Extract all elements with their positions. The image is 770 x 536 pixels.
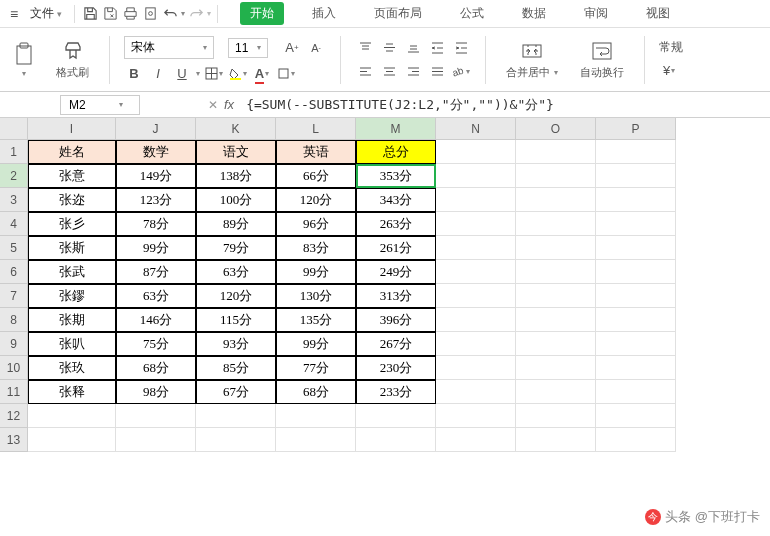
- cell-P13[interactable]: [596, 428, 676, 452]
- cell-I11[interactable]: 张释: [28, 380, 116, 404]
- cell-P8[interactable]: [596, 308, 676, 332]
- cell-L10[interactable]: 77分: [276, 356, 356, 380]
- cell-J7[interactable]: 63分: [116, 284, 196, 308]
- cell-J8[interactable]: 146分: [116, 308, 196, 332]
- row-header-12[interactable]: 12: [0, 404, 28, 428]
- cell-L6[interactable]: 99分: [276, 260, 356, 284]
- cell-M3[interactable]: 343分: [356, 188, 436, 212]
- font-size-select[interactable]: 11▾: [228, 38, 268, 58]
- cell-O5[interactable]: [516, 236, 596, 260]
- align-left-icon[interactable]: [355, 62, 375, 82]
- cell-J5[interactable]: 99分: [116, 236, 196, 260]
- cell-I7[interactable]: 张鏐: [28, 284, 116, 308]
- cell-P1[interactable]: [596, 140, 676, 164]
- wrap-group[interactable]: 自动换行: [574, 40, 630, 80]
- cell-I3[interactable]: 张迩: [28, 188, 116, 212]
- bold-icon[interactable]: B: [124, 63, 144, 83]
- cell-I2[interactable]: 张意: [28, 164, 116, 188]
- print-icon[interactable]: [121, 5, 139, 23]
- row-header-10[interactable]: 10: [0, 356, 28, 380]
- row-header-4[interactable]: 4: [0, 212, 28, 236]
- fill-color-icon[interactable]: [228, 63, 248, 83]
- cell-K13[interactable]: [196, 428, 276, 452]
- tab-data[interactable]: 数据: [512, 2, 556, 25]
- cell-N13[interactable]: [436, 428, 516, 452]
- merge-group[interactable]: 合并居中▾: [500, 40, 564, 80]
- cell-J6[interactable]: 87分: [116, 260, 196, 284]
- undo-icon[interactable]: [161, 5, 179, 23]
- print-preview-icon[interactable]: [141, 5, 159, 23]
- cell-K11[interactable]: 67分: [196, 380, 276, 404]
- cell-O9[interactable]: [516, 332, 596, 356]
- cell-K1[interactable]: 语文: [196, 140, 276, 164]
- undo-dropdown[interactable]: ▾: [181, 9, 185, 18]
- italic-icon[interactable]: I: [148, 63, 168, 83]
- cell-J3[interactable]: 123分: [116, 188, 196, 212]
- cell-M10[interactable]: 230分: [356, 356, 436, 380]
- cancel-icon[interactable]: ✕: [208, 98, 218, 112]
- cell-K6[interactable]: 63分: [196, 260, 276, 284]
- cell-I9[interactable]: 张叭: [28, 332, 116, 356]
- cell-M13[interactable]: [356, 428, 436, 452]
- cell-O11[interactable]: [516, 380, 596, 404]
- borders-icon[interactable]: [204, 63, 224, 83]
- col-header-P[interactable]: P: [596, 118, 676, 140]
- currency-icon[interactable]: ¥: [659, 60, 679, 80]
- row-header-7[interactable]: 7: [0, 284, 28, 308]
- cell-P10[interactable]: [596, 356, 676, 380]
- cell-L5[interactable]: 83分: [276, 236, 356, 260]
- row-header-8[interactable]: 8: [0, 308, 28, 332]
- cell-J13[interactable]: [116, 428, 196, 452]
- highlight-icon[interactable]: [276, 63, 296, 83]
- col-header-K[interactable]: K: [196, 118, 276, 140]
- col-header-O[interactable]: O: [516, 118, 596, 140]
- cell-P2[interactable]: [596, 164, 676, 188]
- cell-O2[interactable]: [516, 164, 596, 188]
- row-header-13[interactable]: 13: [0, 428, 28, 452]
- save-icon[interactable]: [81, 5, 99, 23]
- cell-K10[interactable]: 85分: [196, 356, 276, 380]
- cell-L8[interactable]: 135分: [276, 308, 356, 332]
- cell-I6[interactable]: 张武: [28, 260, 116, 284]
- align-bottom-icon[interactable]: [403, 38, 423, 58]
- cell-N7[interactable]: [436, 284, 516, 308]
- tab-review[interactable]: 审阅: [574, 2, 618, 25]
- cell-O8[interactable]: [516, 308, 596, 332]
- cell-P9[interactable]: [596, 332, 676, 356]
- row-header-3[interactable]: 3: [0, 188, 28, 212]
- orientation-icon[interactable]: ab: [451, 62, 471, 82]
- row-header-1[interactable]: 1: [0, 140, 28, 164]
- cell-N4[interactable]: [436, 212, 516, 236]
- col-header-N[interactable]: N: [436, 118, 516, 140]
- cell-N6[interactable]: [436, 260, 516, 284]
- cell-I4[interactable]: 张彡: [28, 212, 116, 236]
- cell-P7[interactable]: [596, 284, 676, 308]
- cell-P6[interactable]: [596, 260, 676, 284]
- underline-icon[interactable]: U: [172, 63, 192, 83]
- format-brush-group[interactable]: 格式刷: [50, 40, 95, 80]
- select-all-corner[interactable]: [0, 118, 28, 140]
- cell-I12[interactable]: [28, 404, 116, 428]
- cell-L9[interactable]: 99分: [276, 332, 356, 356]
- cell-J9[interactable]: 75分: [116, 332, 196, 356]
- increase-font-icon[interactable]: A+: [282, 38, 302, 58]
- cell-N3[interactable]: [436, 188, 516, 212]
- increase-indent-icon[interactable]: [451, 38, 471, 58]
- cell-L1[interactable]: 英语: [276, 140, 356, 164]
- cell-K12[interactable]: [196, 404, 276, 428]
- font-name-select[interactable]: 宋体▾: [124, 36, 214, 59]
- align-right-icon[interactable]: [403, 62, 423, 82]
- cell-J12[interactable]: [116, 404, 196, 428]
- cell-I1[interactable]: 姓名: [28, 140, 116, 164]
- col-header-I[interactable]: I: [28, 118, 116, 140]
- tab-layout[interactable]: 页面布局: [364, 2, 432, 25]
- align-center-icon[interactable]: [379, 62, 399, 82]
- cell-O13[interactable]: [516, 428, 596, 452]
- row-header-11[interactable]: 11: [0, 380, 28, 404]
- cell-N8[interactable]: [436, 308, 516, 332]
- tab-insert[interactable]: 插入: [302, 2, 346, 25]
- cell-O6[interactable]: [516, 260, 596, 284]
- cell-P5[interactable]: [596, 236, 676, 260]
- file-menu[interactable]: 文件 ▾: [24, 3, 68, 24]
- cell-M11[interactable]: 233分: [356, 380, 436, 404]
